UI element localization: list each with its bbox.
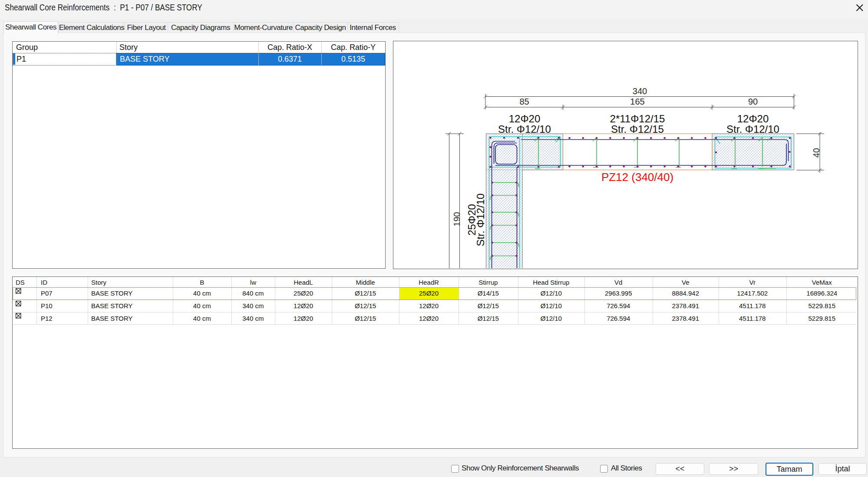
svg-text:Str. Φ12/10: Str. Φ12/10 bbox=[726, 123, 779, 135]
svg-text:165: 165 bbox=[630, 97, 644, 106]
svg-text:12Φ20: 12Φ20 bbox=[737, 113, 769, 125]
svg-text:85: 85 bbox=[519, 97, 529, 106]
svg-text:PZ12 (340/40): PZ12 (340/40) bbox=[601, 171, 673, 184]
svg-text:40: 40 bbox=[812, 148, 821, 158]
svg-text:190: 190 bbox=[452, 212, 462, 226]
svg-text:12Φ20: 12Φ20 bbox=[509, 113, 541, 125]
svg-text:Str. Φ12/10: Str. Φ12/10 bbox=[475, 194, 486, 247]
svg-text:Str. Φ12/15: Str. Φ12/15 bbox=[611, 123, 664, 135]
svg-text:2*11Φ12/15: 2*11Φ12/15 bbox=[610, 113, 665, 125]
svg-text:340: 340 bbox=[633, 86, 647, 96]
svg-text:Str. Φ12/10: Str. Φ12/10 bbox=[498, 123, 551, 135]
svg-text:90: 90 bbox=[748, 97, 758, 106]
